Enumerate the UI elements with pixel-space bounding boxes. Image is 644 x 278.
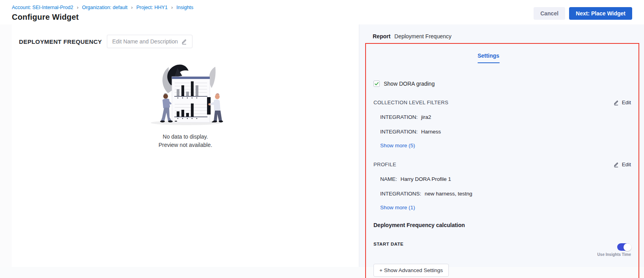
integration-row: INTEGRATION: Harness xyxy=(373,129,631,135)
show-advanced-settings-button[interactable]: + Show Advanced Settings xyxy=(373,264,449,277)
no-data-illustration xyxy=(144,62,227,126)
use-insights-time-label: Use Insights Time xyxy=(597,252,631,257)
edit-collection-filters-link[interactable]: Edit xyxy=(614,100,631,105)
pencil-icon xyxy=(181,39,187,45)
edit-name-description-label: Edit Name and Description xyxy=(112,38,178,45)
use-insights-time-toggle[interactable] xyxy=(617,243,631,251)
integration-row: INTEGRATION: jira2 xyxy=(373,114,631,120)
settings-tabbar: Settings xyxy=(373,53,631,63)
empty-state: No data to display. Preview not availabl… xyxy=(19,62,352,149)
empty-state-line2: Preview not available. xyxy=(159,141,212,149)
empty-state-line1: No data to display. xyxy=(163,133,208,141)
report-label: Report xyxy=(373,33,390,39)
collection-level-filters-section: COLLECTION LEVEL FILTERS Edit INTEGRATIO… xyxy=(373,100,631,149)
settings-highlight-box: Settings Show DORA grading COLLECTION LE… xyxy=(365,43,639,278)
active-tab-underline xyxy=(478,62,500,63)
pencil-icon xyxy=(614,100,619,105)
start-date-row: START DATE Use Insights Time xyxy=(373,240,631,257)
start-date-label: START DATE xyxy=(373,242,403,246)
edit-profile-link[interactable]: Edit xyxy=(614,162,631,167)
report-settings-panel: Report Deployment Frequency Settings Sho… xyxy=(359,24,644,267)
breadcrumb-organization-link[interactable]: Organization: default xyxy=(82,5,127,10)
breadcrumb-project-link[interactable]: Project: HHY1 xyxy=(136,5,168,10)
collection-filters-heading: COLLECTION LEVEL FILTERS xyxy=(373,100,448,105)
report-name: Deployment Frequency xyxy=(394,33,452,39)
tab-settings-label: Settings xyxy=(478,53,499,59)
calculation-heading: Deployment Frequency calculation xyxy=(373,222,631,228)
show-dora-grading-label: Show DORA grading xyxy=(384,81,435,87)
breadcrumb-insights-link[interactable]: Insights xyxy=(176,5,193,10)
chevron-right-icon: › xyxy=(171,5,173,10)
pencil-icon xyxy=(614,162,619,167)
chevron-right-icon: › xyxy=(131,5,133,10)
tab-settings[interactable]: Settings xyxy=(478,53,500,63)
profile-integrations-row: INTEGRATIONS: new harness, testng xyxy=(373,191,631,197)
widget-name: DEPLOYMENT FREQUENCY xyxy=(19,38,102,45)
widget-preview-panel: DEPLOYMENT FREQUENCY Edit Name and Descr… xyxy=(12,24,359,267)
next-place-widget-button[interactable]: Next: Place Widget xyxy=(569,7,632,20)
show-dora-grading-checkbox-row[interactable]: Show DORA grading xyxy=(373,81,631,87)
profile-heading: PROFILE xyxy=(373,162,396,167)
report-title-row: Report Deployment Frequency xyxy=(365,33,639,39)
edit-profile-label: Edit xyxy=(622,162,631,167)
page-header: Account: SEI-Internal-Prod2 › Organizati… xyxy=(0,0,644,24)
checkbox-checked-icon[interactable] xyxy=(373,81,380,87)
profile-section: PROFILE Edit NAME: Harry DORA Profile xyxy=(373,162,631,211)
edit-name-description-button[interactable]: Edit Name and Description xyxy=(107,35,193,48)
breadcrumb: Account: SEI-Internal-Prod2 › Organizati… xyxy=(12,5,193,10)
breadcrumb-account-link[interactable]: Account: SEI-Internal-Prod2 xyxy=(12,5,73,10)
show-more-profile-link[interactable]: Show more (1) xyxy=(380,205,415,210)
toggle-knob xyxy=(623,243,631,251)
chevron-right-icon: › xyxy=(77,5,78,10)
cancel-button[interactable]: Cancel xyxy=(534,7,565,20)
show-more-collection-link[interactable]: Show more (5) xyxy=(380,143,415,148)
profile-name-row: NAME: Harry DORA Profile 1 xyxy=(373,176,631,182)
edit-collection-filters-label: Edit xyxy=(622,100,631,105)
page-title: Configure Widget xyxy=(12,13,193,22)
left-gutter xyxy=(0,24,12,267)
